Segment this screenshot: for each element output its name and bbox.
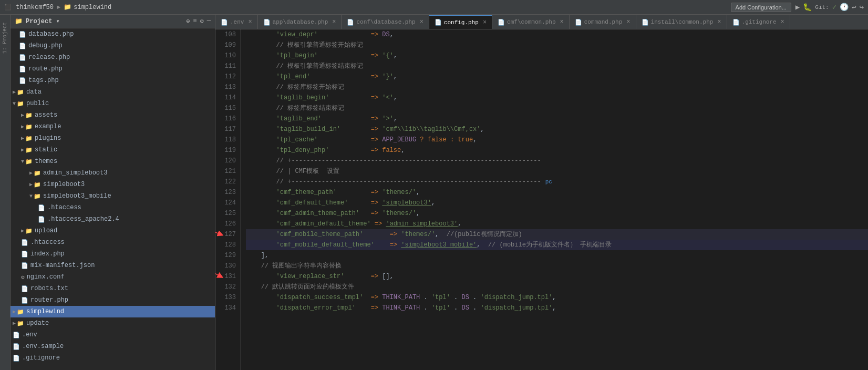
line-number: 126 <box>215 219 240 229</box>
simplewind-folder-item[interactable]: ▶ 📁 simplewind <box>11 306 215 317</box>
line-number: 122 <box>215 177 240 187</box>
tree-item[interactable]: 📄 index.php <box>11 248 215 260</box>
tab-close-icon[interactable]: × <box>717 18 721 26</box>
line-number: 116 <box>215 114 240 124</box>
tab-conf-database[interactable]: 📄 conf\database.php × <box>342 15 429 29</box>
arrow-icon: ▼ <box>29 193 33 199</box>
env-file-icon: 📄 <box>38 204 45 211</box>
tree-item[interactable]: ▶ 📁 plugins <box>11 132 215 144</box>
tree-item-label: upload <box>35 227 57 234</box>
tab-close-icon[interactable]: × <box>332 18 336 26</box>
code-line-112: 'tpl_end' => '}', <box>246 71 868 82</box>
tree-item-label: update <box>26 320 49 327</box>
tab-close-icon[interactable]: × <box>560 18 564 26</box>
tab-app-database[interactable]: 📄 app\database.php × <box>258 15 342 29</box>
folder-icon: 📁 <box>34 181 41 188</box>
tree-item[interactable]: 📄 .htaccess_apache2.4 <box>11 213 215 225</box>
code-line-127: 'cmf_mobile_theme_path' => 'themes/', //… <box>246 229 868 240</box>
tree-item[interactable]: 📄 router.php <box>11 294 215 306</box>
tab-close-icon[interactable]: × <box>420 18 423 26</box>
debug-icon[interactable]: 🐛 <box>803 3 812 12</box>
minimize-icon[interactable]: — <box>207 17 211 25</box>
folder-icon: 📁 <box>25 124 33 130</box>
themes-folder-item[interactable]: ▼ 📁 themes <box>11 156 215 167</box>
code-line-122: // +------------------------------------… <box>246 177 868 187</box>
tree-item-label: data <box>26 88 42 96</box>
tree-item[interactable]: ▶ 📁 update <box>11 317 215 329</box>
tree-item-label: robots.txt <box>30 285 68 292</box>
git-undo-icon[interactable]: ↩ <box>852 3 856 12</box>
line-number: 124 <box>215 198 240 208</box>
git-clock-icon[interactable]: 🕐 <box>840 3 849 12</box>
tab-close-icon[interactable]: × <box>781 18 784 26</box>
php-file-icon: 📄 <box>19 66 26 73</box>
line-number: 128 <box>215 240 240 250</box>
php-file-icon: 📄 <box>19 43 26 49</box>
tab-env[interactable]: 📄 .env × <box>215 15 258 29</box>
git-check-icon[interactable]: ✓ <box>832 3 836 12</box>
tree-item-label: .env.sample <box>22 343 64 350</box>
tab-install-common[interactable]: 📄 install\common.php × <box>636 15 727 29</box>
tab-close-icon[interactable]: × <box>248 18 252 26</box>
tab-label: install\common.php <box>651 19 714 25</box>
tree-item[interactable]: ⚙ nginx.conf <box>11 271 215 283</box>
line-number: 133 <box>215 292 240 303</box>
git-label: Git: <box>815 4 829 11</box>
tab-label: cmf\common.php <box>507 19 555 25</box>
tree-item[interactable]: 📄 robots.txt <box>11 283 215 294</box>
editor-area: 📄 .env × 📄 app\database.php × 📄 conf\dat… <box>215 15 868 370</box>
tree-item[interactable]: 📄 .htaccess <box>11 237 215 248</box>
tree-item[interactable]: ▶ 📁 example <box>11 121 215 132</box>
php-file-icon: 📄 <box>19 54 26 61</box>
tab-gitignore[interactable]: 📄 .gitignore × <box>727 15 790 29</box>
code-content[interactable]: 'view_depr' => DS, // 模板引擎普通标签开始标记 'tpl_… <box>241 29 868 370</box>
arrow-icon: ▼ <box>13 101 16 107</box>
settings-icon[interactable]: ⚙ <box>200 17 204 25</box>
tab-label: .gitignore <box>742 19 777 25</box>
arrow-icon: ▶ <box>29 170 33 176</box>
tree-item[interactable]: 📄 mix-manifest.json <box>11 260 215 271</box>
run-icon[interactable]: ▶ <box>795 3 800 12</box>
tab-file-icon: 📄 <box>435 19 442 26</box>
folder-icon: 📁 <box>34 193 41 200</box>
tree-item[interactable]: 📄 database.php <box>11 28 215 40</box>
tree-item[interactable]: ▶ 📁 data <box>11 86 215 98</box>
tree-item[interactable]: ▶ 📁 admin_simpleboot3 <box>11 167 215 179</box>
php-file-icon: 📄 <box>19 31 26 38</box>
add-configuration-button[interactable]: Add Configuration... <box>731 3 791 12</box>
tab-cmf-common[interactable]: 📄 cmf\common.php × <box>492 15 570 29</box>
code-line-117: 'taglib_build_in' => 'cmf\\lib\\taglib\\… <box>246 124 868 135</box>
tree-item[interactable]: 📄 release.php <box>11 52 215 63</box>
project-vertical-label[interactable]: 1: Project <box>2 22 8 54</box>
tree-item[interactable]: ▶ 📁 simpleboot3 <box>11 179 215 190</box>
tab-command[interactable]: 📄 command.php × <box>570 15 636 29</box>
tree-item-label: router.php <box>30 296 68 304</box>
tab-file-icon: 📄 <box>347 19 354 26</box>
tree-item[interactable]: 📄 .htaccess <box>11 202 215 213</box>
folder-icon: 📁 <box>25 228 33 234</box>
tree-item[interactable]: ▶ 📁 assets <box>11 109 215 121</box>
tree-item[interactable]: 📄 tags.php <box>11 75 215 86</box>
tree-item[interactable]: ▶ 📁 static <box>11 144 215 156</box>
code-line-132: // 默认跳转页面对应的模板文件 <box>246 282 868 292</box>
tree-item[interactable]: ▼ 📁 public <box>11 98 215 109</box>
tree-item[interactable]: 📄 .env.sample <box>11 341 215 352</box>
arrow-icon: ▶ <box>21 124 24 130</box>
tab-config-php[interactable]: 📄 config.php × <box>429 15 492 29</box>
tree-item-label: tags.php <box>28 77 59 84</box>
tree-item[interactable]: 📄 .gitignore <box>11 352 215 364</box>
simpleboot3-mobile-folder[interactable]: ▼ 📁 simpleboot3_mobile <box>11 190 215 202</box>
tree-item[interactable]: 📄 .env <box>11 329 215 341</box>
line-number: 108 <box>215 29 240 40</box>
tree-item[interactable]: ▶ 📁 upload <box>11 225 215 237</box>
tab-file-icon: 📄 <box>575 19 582 26</box>
tree-item[interactable]: 📄 route.php <box>11 63 215 75</box>
locate-icon[interactable]: ⊕ <box>186 17 190 25</box>
tab-close-icon[interactable]: × <box>626 18 630 26</box>
arrow-icon: ▶ <box>29 181 33 188</box>
collapse-icon[interactable]: ≡ <box>193 17 197 25</box>
tree-item-label: .htaccess <box>47 204 81 211</box>
tree-item[interactable]: 📄 debug.php <box>11 40 215 52</box>
git-redo-icon[interactable]: ↪ <box>860 3 864 12</box>
tab-close-icon[interactable]: × <box>483 19 487 26</box>
